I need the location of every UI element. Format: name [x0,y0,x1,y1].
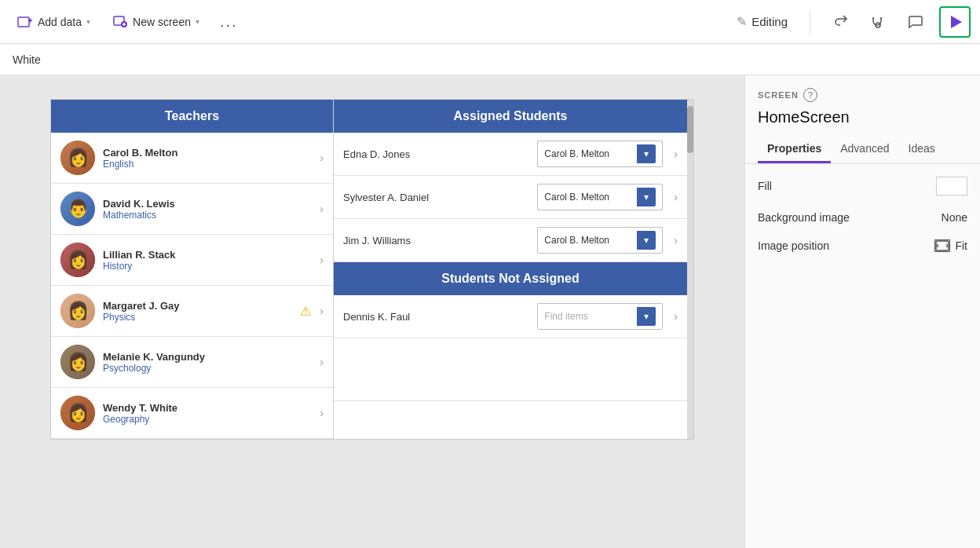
teacher-item-melanie[interactable]: 👩 Melanie K. Vangundy Psychology › [51,337,333,388]
add-data-button[interactable]: Add data ▾ [9,9,98,35]
more-options-button[interactable]: ... [214,9,244,34]
teacher-subject-david: Mathematics [103,210,312,221]
properties-tabs: Properties Advanced Ideas [745,136,980,164]
image-position-row: Image position Fit [758,239,967,252]
student-name-sylvester: Sylvester A. Daniel [343,192,529,203]
dropdown-sylvester[interactable]: Carol B. Melton ▾ [537,184,663,210]
background-image-label: Background image [758,211,850,224]
properties-content: Fill Background image None Image positio… [745,164,980,265]
teacher-subject-wendy: Geography [103,414,312,425]
student-item-dennis: Dennis K. Faul Find items ▾ › [334,295,687,338]
tab-advanced[interactable]: Advanced [831,136,898,163]
empty-row [334,338,687,401]
avatar-lillian: 👩 [60,243,95,277]
background-image-value[interactable]: None [942,211,967,224]
student-name-edna: Edna D. Jones [343,148,529,160]
teacher-chevron-icon-david: › [320,203,324,215]
dropdown-value-sylvester: Carol B. Melton [544,192,634,203]
dropdown-dennis[interactable]: Find items ▾ [537,303,663,330]
assigned-section: Assigned Students Edna D. Jones Carol B.… [334,100,687,262]
teacher-name-margaret: Margaret J. Gay [103,300,312,312]
background-image-row: Background image None [758,211,967,224]
svg-rect-10 [936,241,949,250]
editing-mode-button[interactable]: ✎ Editing [730,11,794,32]
dropdown-select-sylvester[interactable]: Carol B. Melton ▾ [537,184,663,210]
teacher-name-carol: Carol B. Melton [103,147,312,159]
teacher-name-melanie: Melanie K. Vangundy [103,351,312,363]
second-bar: White [0,44,980,75]
main-area: Teachers 👩 Carol B. Melton English › 👨 [0,75,980,548]
teacher-info-carol: Carol B. Melton English [103,147,312,170]
dropdown-select-edna[interactable]: Carol B. Melton ▾ [537,141,663,167]
app-frame: Teachers 👩 Carol B. Melton English › 👨 [50,99,694,440]
fill-color-swatch[interactable] [936,177,967,195]
svg-rect-0 [18,17,29,27]
student-name-jim: Jim J. Williams [343,235,529,247]
play-button[interactable] [939,6,971,38]
dropdown-arrow-dennis: ▾ [637,307,656,326]
image-position-value[interactable]: Fit [934,239,967,252]
avatar-carol: 👩 [60,141,95,175]
dropdown-select-jim[interactable]: Carol B. Melton ▾ [537,227,663,254]
student-chevron-dennis: › [674,310,678,323]
teacher-name-wendy: Wendy T. White [103,402,312,414]
color-label: White [13,53,41,66]
teachers-header: Teachers [51,100,333,133]
teacher-name-lillian: Lillian R. Stack [103,249,312,261]
teacher-subject-margaret: Physics [103,312,312,323]
teacher-item-carol[interactable]: 👩 Carol B. Melton English › [51,133,333,184]
screen-label-text: SCREEN [758,90,799,100]
image-position-text: Fit [955,239,967,252]
add-data-chevron-icon: ▾ [86,17,90,26]
not-assigned-header: Students Not Assigned [334,262,687,295]
warning-icon: ⚠ [300,304,311,319]
dropdown-value-jim: Carol B. Melton [544,235,634,246]
teacher-item-lillian[interactable]: 👩 Lillian R. Stack History › [51,235,333,286]
tab-properties[interactable]: Properties [758,136,831,163]
tab-ideas[interactable]: Ideas [899,136,945,163]
scroll-thumb[interactable] [687,106,693,153]
students-panel: Assigned Students Edna D. Jones Carol B.… [334,100,687,439]
student-chevron-edna: › [674,148,678,160]
avatar-david: 👨 [60,192,95,226]
toolbar-divider [810,9,810,35]
student-chevron-sylvester: › [674,191,678,203]
dropdown-arrow-jim: ▾ [637,231,656,250]
teacher-item-wendy[interactable]: 👩 Wendy T. White Geography › [51,388,333,439]
teacher-info-david: David K. Lewis Mathematics [103,198,312,221]
teacher-subject-carol: English [103,159,312,170]
scrollbar[interactable] [687,100,693,439]
new-screen-button[interactable]: New screen ▾ [104,9,207,35]
dropdown-value-edna: Carol B. Melton [544,148,634,159]
teacher-chevron-icon-margaret: › [320,305,324,317]
teacher-name-david: David K. Lewis [103,198,312,210]
new-screen-icon [112,14,128,30]
screen-name: HomeScreen [745,105,980,136]
dropdown-select-dennis[interactable]: Find items ▾ [537,303,663,330]
teacher-chevron-icon-wendy: › [320,407,324,419]
student-item-edna: Edna D. Jones Carol B. Melton ▾ › [334,133,687,176]
help-icon[interactable]: ? [803,88,817,102]
student-item-jim: Jim J. Williams Carol B. Melton ▾ › [334,219,687,262]
add-data-icon [17,14,33,30]
canvas-area: Teachers 👩 Carol B. Melton English › 👨 [0,75,744,548]
dropdown-placeholder-dennis: Find items [544,311,634,322]
avatar-wendy: 👩 [60,396,95,430]
teacher-chevron-icon: › [320,152,324,164]
screen-section-label: SCREEN ? [745,75,980,105]
avatar-margaret: 👩 [60,294,95,328]
teacher-info-lillian: Lillian R. Stack History [103,249,312,272]
stethoscope-button[interactable] [864,8,892,36]
dropdown-jim[interactable]: Carol B. Melton ▾ [537,227,663,254]
fill-row: Fill [758,177,967,195]
dropdown-edna[interactable]: Carol B. Melton ▾ [537,141,663,167]
comment-button[interactable] [901,8,930,36]
teacher-item-david[interactable]: 👨 David K. Lewis Mathematics › [51,184,333,235]
image-position-label: Image position [758,239,829,252]
assigned-students-header: Assigned Students [334,100,687,133]
share-button[interactable] [826,8,854,36]
teacher-info-melanie: Melanie K. Vangundy Psychology [103,351,312,374]
teacher-info-margaret: Margaret J. Gay Physics [103,300,312,323]
teacher-item-margaret[interactable]: 👩 Margaret J. Gay Physics ⚠ › [51,286,333,337]
fill-label: Fill [758,180,772,192]
